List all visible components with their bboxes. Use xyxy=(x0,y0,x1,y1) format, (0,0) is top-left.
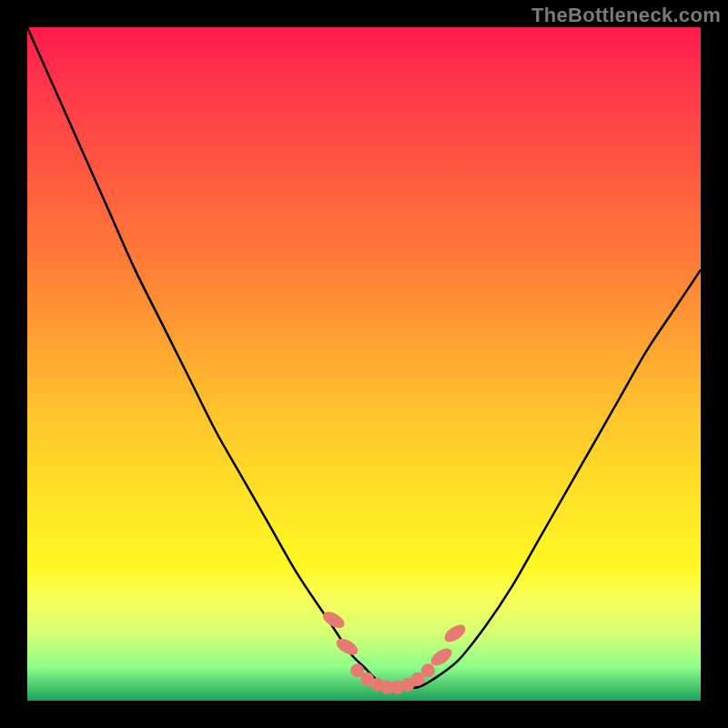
curve-marker xyxy=(334,635,361,658)
bottleneck-curve xyxy=(27,27,701,688)
chart-frame: TheBottleneck.com xyxy=(0,0,728,728)
chart-svg xyxy=(27,27,701,701)
watermark-text: TheBottleneck.com xyxy=(531,4,721,27)
marker-group xyxy=(320,609,469,694)
curve-bead xyxy=(421,663,435,677)
curve-marker xyxy=(441,622,468,645)
